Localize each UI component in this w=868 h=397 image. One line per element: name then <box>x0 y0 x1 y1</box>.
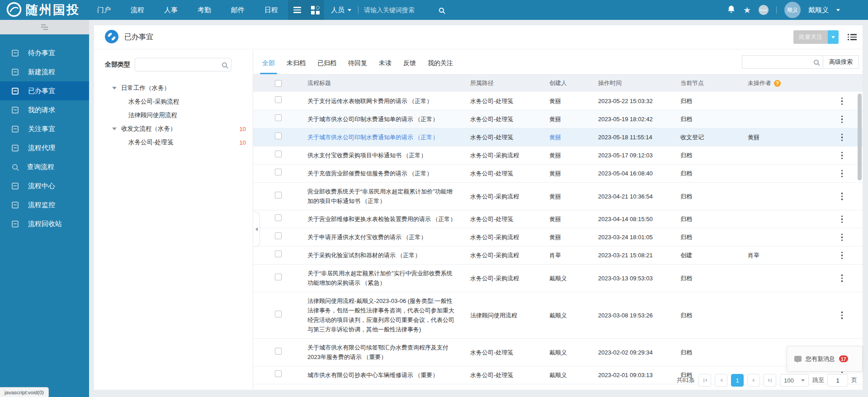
help-icon[interactable] <box>774 80 781 87</box>
row-menu-kebab-icon[interactable] <box>841 133 843 141</box>
row-title[interactable]: 关于城市供水有限公司续签鄂汇办水费查询程序及支付2023年服务费的请示 （重要） <box>307 343 470 362</box>
type-search-input[interactable] <box>139 61 222 68</box>
navbar-menu-item[interactable]: 考勤 <box>188 0 221 20</box>
tab[interactable]: 我的关注 <box>428 59 453 74</box>
row-title[interactable]: 法律顾问使用流程-戴顺义-2023-03-06 (服务类型:一般性法律事务，包括… <box>307 296 470 334</box>
notifications-bell-icon[interactable] <box>727 5 736 15</box>
row-menu-kebab-icon[interactable] <box>841 251 843 259</box>
select-all-checkbox[interactable] <box>275 80 282 87</box>
batch-follow-dropdown-button[interactable] <box>828 30 839 44</box>
tab[interactable]: 未归档 <box>287 59 306 74</box>
user-avatar[interactable]: 顺义 <box>784 2 801 18</box>
user-chevron-down-icon[interactable] <box>836 9 840 11</box>
row-menu-kebab-icon[interactable] <box>841 97 843 105</box>
navbar-menu-item[interactable]: 人事 <box>154 0 188 20</box>
sidebar-item[interactable]: 流程监控 <box>0 195 89 214</box>
row-checkbox[interactable] <box>275 274 282 280</box>
table-row[interactable]: 关于城市供水有限公司续签鄂汇办水费查询程序及支付2023年服务费的请示 （重要）… <box>253 339 863 366</box>
advanced-search-button[interactable]: 高级搜索 <box>823 55 859 69</box>
search-icon[interactable] <box>222 62 227 67</box>
row-checkbox[interactable] <box>275 114 282 121</box>
sidebar-item[interactable]: 新建流程 <box>0 62 89 81</box>
row-title[interactable]: 关于采购化验室试剂和器材的请示 （正常） <box>307 250 470 260</box>
table-row[interactable]: 供水支付宝收费采购项目中标通知书 （正常） 水务公司-采购流程 黄丽 2023-… <box>253 147 863 165</box>
tab[interactable]: 待回复 <box>348 59 367 74</box>
row-title[interactable]: 关于充值营业部催费短信服务费的请示 （正常） <box>307 169 470 178</box>
first-page-button[interactable] <box>698 374 711 387</box>
row-checkbox[interactable] <box>275 214 282 221</box>
tab[interactable]: 全部 <box>262 59 275 74</box>
tree-node[interactable]: 法律顾问使用流程 <box>105 109 253 122</box>
row-title[interactable]: 城市供水有限公司抄表中心车辆维修请示 （重要） <box>307 370 470 380</box>
row-checkbox[interactable] <box>275 96 282 103</box>
people-scope-dropdown[interactable]: 人员 <box>324 6 358 14</box>
tab[interactable]: 反馈 <box>403 59 416 74</box>
sidebar-item[interactable]: 我的请求 <box>0 100 89 119</box>
row-menu-kebab-icon[interactable] <box>841 215 843 223</box>
sidebar-item[interactable]: 流程代理 <box>0 138 89 157</box>
table-row[interactable]: 关于城市供水公司印制水费通知单的请示 （正常） 水务公司-处理笺 黄丽 2023… <box>253 128 863 147</box>
search-icon[interactable] <box>814 60 819 65</box>
table-search-input[interactable] <box>746 59 814 66</box>
new-message-toast[interactable]: 您有新消息 17 <box>787 346 863 372</box>
row-menu-kebab-icon[interactable] <box>841 312 843 319</box>
tree-node[interactable]: 收发文流程（水务） 10 <box>105 122 253 136</box>
nav-apps-grid-icon[interactable] <box>306 0 324 20</box>
tab[interactable]: 未读 <box>379 59 392 74</box>
sidebar-item[interactable]: 查询流程 <box>0 157 89 176</box>
table-row[interactable]: 营业部收费系统关于“非居民用水超定额累计加价”功能增加的项目中标通知书 （正常）… <box>253 183 863 210</box>
panel-collapse-handle[interactable] <box>253 212 260 247</box>
sidebar-item[interactable]: 流程回收站 <box>0 214 89 233</box>
table-row[interactable]: 关于采购化验室试剂和器材的请示 （正常） 水务公司-采购流程 肖举 2023-0… <box>253 246 863 265</box>
sidebar-item[interactable]: 流程中心 <box>0 176 89 195</box>
table-row[interactable]: 关于申请开通供水支付宝收费的请示 （正常） 水务公司-采购流程 黄丽 2023-… <box>253 228 863 246</box>
navbar-menu-item[interactable]: 流程 <box>121 0 154 20</box>
row-checkbox[interactable] <box>275 169 282 175</box>
row-menu-kebab-icon[interactable] <box>841 115 843 123</box>
caret-down-icon[interactable] <box>112 128 117 130</box>
brand[interactable]: 随州国投 <box>0 1 87 19</box>
row-checkbox[interactable] <box>275 311 282 317</box>
table-row[interactable]: 法律顾问使用流程-戴顺义-2023-03-06 (服务类型:一般性法律事务，包括… <box>253 292 863 339</box>
row-checkbox[interactable] <box>275 348 282 354</box>
row-menu-kebab-icon[interactable] <box>841 193 843 200</box>
tab[interactable]: 已归档 <box>317 59 336 74</box>
navbar-menu-item[interactable]: 门户 <box>87 0 121 20</box>
row-title[interactable]: 营业部收费系统关于“非居民用水超定额累计加价”功能增加的项目中标通知书 （正常） <box>307 187 470 206</box>
row-checkbox[interactable] <box>275 250 282 257</box>
sidebar-collapse-button[interactable] <box>0 20 89 34</box>
table-row[interactable]: 关于城市供水公司印制水费通知单的请示 （正常） 水务公司-处理笺 黄丽 2023… <box>253 110 863 128</box>
row-checkbox[interactable] <box>275 370 282 377</box>
row-title[interactable]: 关于支付远传水表物联网卡费用的请示 （正常） <box>307 96 470 106</box>
batch-follow-button[interactable]: 批量关注 <box>793 30 828 44</box>
row-menu-kebab-icon[interactable] <box>841 151 843 159</box>
search-icon[interactable] <box>439 8 444 13</box>
sidebar-item[interactable]: 待办事宜 <box>0 43 89 62</box>
global-search-input[interactable] <box>359 6 439 14</box>
last-page-button[interactable] <box>764 374 776 387</box>
prev-page-button[interactable] <box>715 374 727 387</box>
row-checkbox[interactable] <box>275 132 282 139</box>
caret-down-icon[interactable] <box>112 87 117 90</box>
table-row[interactable]: 关于充值营业部催费短信服务费的请示 （正常） 水务公司-处理笺 黄丽 2023-… <box>253 165 863 183</box>
row-title[interactable]: 关于营业部维修和更换水表检验装置费用的请示 （正常） <box>307 214 470 224</box>
row-title[interactable]: 关于“非居民用水超定额累计加价”实行中营业部收费系统功能增加的采购请示 （紧急） <box>307 269 470 288</box>
tree-node[interactable]: 日常工作（水务） <box>105 81 253 95</box>
more-ellipsis-icon[interactable] <box>759 5 769 15</box>
sidebar-item[interactable]: 已办事宜 <box>0 81 89 100</box>
sidebar-item[interactable]: 关注事宜 <box>0 119 89 138</box>
tree-node[interactable]: 水务公司-采购流程 <box>105 95 253 109</box>
nav-hamburger-icon[interactable] <box>288 0 306 20</box>
scrollbar-thumb[interactable] <box>858 94 862 180</box>
table-row[interactable]: 关于营业部维修和更换水表检验装置费用的请示 （正常） 水务公司-处理笺 黄丽 2… <box>253 210 863 228</box>
row-menu-kebab-icon[interactable] <box>841 274 843 282</box>
next-page-button[interactable] <box>747 374 760 387</box>
navbar-menu-item[interactable]: 日程 <box>255 0 288 20</box>
navbar-menu-item[interactable]: 邮件 <box>221 0 255 20</box>
page-size-select[interactable]: 100 <box>780 374 809 387</box>
row-checkbox[interactable] <box>275 192 282 198</box>
user-name[interactable]: 戴顺义 <box>808 6 829 14</box>
row-checkbox[interactable] <box>275 232 282 239</box>
jump-page-input[interactable] <box>827 374 848 387</box>
favorites-star-icon[interactable]: ★ <box>743 6 751 14</box>
